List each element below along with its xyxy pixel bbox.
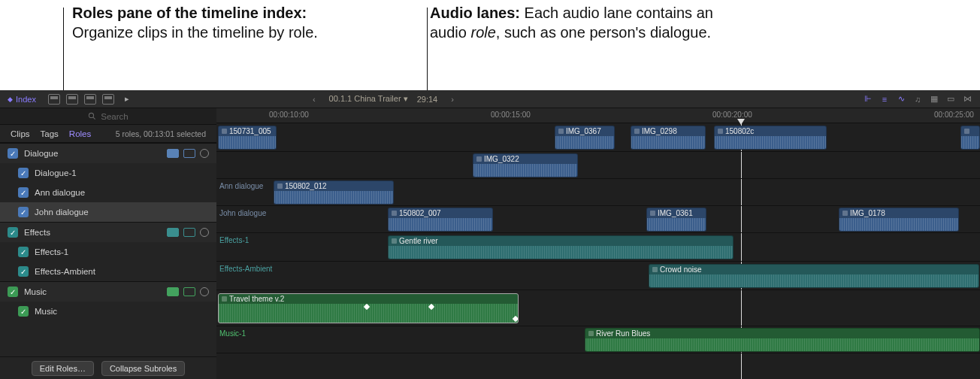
focus-lane-icon[interactable] [183,228,195,237]
roles-list: Dialogue Dialogue-1 Ann dialogue [0,143,216,356]
role-group-effects[interactable]: Effects [0,223,216,242]
timeline-area[interactable]: 00:00:10:00 00:00:15:00 00:00:20:00 00:0… [216,108,980,379]
timeline-index-sidebar: Search Clips Tags Roles 5 roles, 00:13:0… [0,108,216,379]
ruler-tick: 00:00:10:00 [269,111,309,119]
tab-roles[interactable]: Roles [69,129,91,138]
svg-line-1 [93,117,95,120]
clip[interactable]: 150802_007 [388,208,493,232]
role-group-dialogue[interactable]: Dialogue [0,144,216,163]
ruler-tick: 00:00:15:00 [491,111,531,119]
lane-john-dialogue: John dialogue 150802_007 IMG_0361 IMG_01… [216,206,980,233]
lane-effects-1: Effects-1 Gentle river [216,233,980,262]
solo-icon[interactable]: ∿ [896,94,906,105]
focus-lane-icon[interactable] [183,287,195,296]
svg-point-0 [89,113,94,117]
time-ruler[interactable]: 00:00:10:00 00:00:15:00 00:00:20:00 00:0… [216,108,980,123]
clip[interactable]: Gentle river [388,235,733,259]
callout-roles-pane-bold: Roles pane of the timeline index: [72,5,307,21]
callout-audio-lanes: Audio lanes: Each audio lane contains an… [430,3,746,42]
lane-music-1: Music-1 River Run Blues [216,326,980,353]
checkbox-icon[interactable] [8,227,18,238]
layout-icon-2[interactable] [66,94,78,105]
audio-skimming-icon[interactable]: ≡ [879,94,890,105]
clip[interactable] [960,126,980,150]
layout-icon-4[interactable] [102,94,114,105]
checkbox-icon[interactable] [18,207,29,217]
role-toggle-icon[interactable] [200,149,209,158]
layout-icon-3[interactable] [84,94,96,105]
lane-primary: 150731_005 IMG_0367 IMG_0298 150802c [216,123,980,152]
role-toggle-icon[interactable] [200,287,209,296]
subrole-effects-1[interactable]: Effects-1 [0,242,216,262]
subrole-effects-ambient[interactable]: Effects-Ambient [0,262,216,281]
search-placeholder: Search [101,112,128,121]
clip[interactable]: IMG_0298 [631,126,706,150]
skimming-icon[interactable]: ⊩ [863,94,873,105]
display-icon[interactable]: ▭ [945,94,956,105]
next-edit-icon[interactable]: › [446,95,458,104]
checkbox-icon[interactable] [18,168,29,178]
role-toggle-icon[interactable] [200,228,209,237]
checkbox-icon[interactable] [18,247,29,257]
ruler-tick: 00:00:20:00 [712,111,752,119]
show-lane-icon[interactable] [167,149,179,158]
search-field[interactable]: Search [0,108,216,125]
callout-roles-pane-rest: Organize clips in the timeline by role. [72,24,318,41]
subrole-music[interactable]: Music [0,302,216,321]
tab-clips[interactable]: Clips [11,129,30,138]
checkbox-icon[interactable] [18,306,29,317]
timeline-toolbar: Index ▸ ‹ 00.1.1 China Trailer ▾ 29:14 ›… [0,90,980,108]
ruler-tick: 00:00:25:00 [934,111,974,119]
subrole-dialogue-1[interactable]: Dialogue-1 [0,163,216,183]
checkbox-icon[interactable] [18,266,29,277]
clip[interactable]: 150731_005 [218,126,277,150]
headphones-icon[interactable]: ♫ [912,94,923,105]
clip[interactable]: 150802c [714,126,827,150]
clip[interactable]: River Run Blues [585,328,980,352]
checkbox-icon[interactable] [8,287,18,297]
focus-lane-icon[interactable] [183,149,195,158]
collapse-subroles-button[interactable]: Collapse Subroles [101,361,185,376]
show-lane-icon[interactable] [167,228,179,237]
app-window: Index ▸ ‹ 00.1.1 China Trailer ▾ 29:14 ›… [0,90,980,379]
checkbox-icon[interactable] [8,148,18,159]
show-lane-icon[interactable] [167,287,179,296]
layout-icon-1[interactable] [48,94,60,105]
callout-roles-pane: Roles pane of the timeline index: Organi… [72,3,343,42]
prev-edit-icon[interactable]: ‹ [308,95,320,104]
tab-tags[interactable]: Tags [41,129,59,138]
clip[interactable]: IMG_0361 [646,208,706,232]
clip-selected[interactable]: Travel theme v.2 [218,293,519,323]
clip[interactable]: IMG_0178 [839,208,959,232]
lane-ann-dialogue: Ann dialogue 150802_012 [216,179,980,206]
subrole-ann-dialogue[interactable]: Ann dialogue [0,183,216,202]
subrole-john-dialogue[interactable]: John dialogue [0,202,216,222]
clip[interactable]: 150802_012 [274,180,394,205]
index-status: 5 roles, 00:13:01 selected [116,129,206,138]
search-icon [88,112,96,120]
edit-roles-button[interactable]: Edit Roles… [32,361,94,376]
lane-music-selected: Travel theme v.2 [216,290,980,326]
clip[interactable]: Crowd noise [649,264,979,288]
lane-primary-sub: IMG_0322 [216,152,980,179]
callout-audio-lanes-bold: Audio lanes: [430,5,520,21]
clip[interactable]: IMG_0322 [473,153,578,177]
project-name[interactable]: 00.1.1 China Trailer ▾ [329,94,408,104]
snapping-icon[interactable]: ▦ [929,94,939,105]
role-group-music[interactable]: Music [0,282,216,302]
clip[interactable]: IMG_0367 [555,126,615,150]
checkbox-icon[interactable] [18,187,29,198]
lane-effects-ambient: Effects-Ambient Crowd noise [216,262,980,290]
playhead-timecode: 29:14 [417,95,438,104]
index-button[interactable]: Index [0,95,44,104]
pointer-tool-icon[interactable]: ▸ [119,94,135,104]
trim-icon[interactable]: ⋈ [962,94,972,105]
